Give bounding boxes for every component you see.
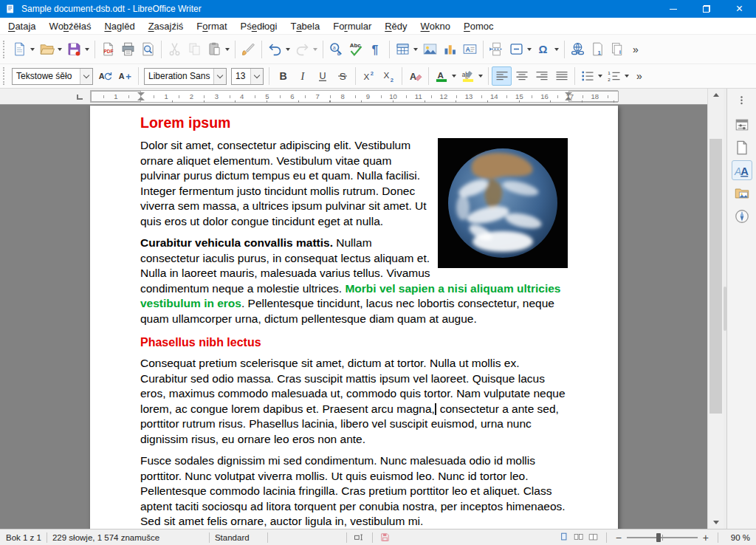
style-combo[interactable]: Tekstowe śěło: [12, 68, 93, 85]
align-left-button[interactable]: [492, 66, 512, 86]
export-pdf-button[interactable]: PDF: [98, 39, 118, 60]
menu-pomoc[interactable]: Pomoc: [457, 18, 500, 34]
menu-nagled[interactable]: Naglěd: [97, 18, 141, 34]
new-style-button[interactable]: A: [115, 66, 135, 86]
print-button[interactable]: [118, 39, 138, 60]
menu-wokno[interactable]: Wokno: [414, 18, 457, 34]
underline-button[interactable]: U: [312, 66, 332, 86]
document-heading-h2[interactable]: Phasellus nibh lectus: [140, 335, 568, 350]
menu-zasajzis[interactable]: Zasajźiś: [142, 18, 190, 34]
toolbar-overflow-button[interactable]: »: [633, 44, 639, 55]
page-number-indicator[interactable]: Bok 1 z 1: [6, 533, 41, 542]
dropdown-arrow-icon[interactable]: [478, 75, 483, 78]
dropdown-arrow-icon[interactable]: [85, 48, 89, 51]
dropdown-arrow-icon[interactable]: [554, 48, 559, 51]
scroll-up-button[interactable]: [708, 89, 724, 101]
font-color-button[interactable]: A: [432, 66, 458, 86]
ruler-strip[interactable]: 1123456789101112131415161718: [90, 90, 618, 103]
book-view-button[interactable]: [587, 531, 600, 544]
find-replace-button[interactable]: ad: [326, 39, 346, 60]
superscript-button[interactable]: X2: [359, 66, 379, 86]
insert-table-button[interactable]: [393, 39, 420, 60]
document-heading-h1[interactable]: Lorem ipsum: [140, 114, 568, 131]
paragraph[interactable]: Fusce sodales dignissim mi sed condiment…: [140, 453, 568, 529]
zoom-in-button[interactable]: +: [699, 532, 712, 544]
insert-textbox-button[interactable]: A: [460, 39, 480, 60]
toolbar-grip[interactable]: [3, 41, 7, 58]
open-button[interactable]: [37, 39, 64, 60]
navigator-deck-button[interactable]: [732, 206, 752, 226]
italic-button[interactable]: I: [292, 66, 312, 86]
menu-psedlogi[interactable]: Pśedłogi: [234, 18, 284, 34]
clear-formatting-button[interactable]: A: [405, 66, 425, 86]
dropdown-arrow-icon[interactable]: [30, 48, 35, 51]
menu-tabela[interactable]: Tabela: [284, 18, 326, 34]
insert-footnote-button[interactable]: 1: [588, 39, 608, 60]
menu-dataja[interactable]: Dataja: [1, 18, 43, 34]
strikethrough-button[interactable]: S: [332, 66, 352, 86]
paragraph[interactable]: Consequat pretium scelerisque sit amet, …: [140, 356, 568, 447]
scroll-down-button[interactable]: [708, 516, 724, 529]
document-page[interactable]: Lorem ipsumDolor sit amet, consectetur a…: [90, 106, 618, 529]
page-style-indicator[interactable]: Standard: [215, 533, 262, 542]
scrollbar-thumb[interactable]: [709, 139, 722, 414]
menu-formular[interactable]: Formular: [326, 18, 378, 34]
zoom-slider-thumb[interactable]: [656, 533, 661, 542]
zoom-level-indicator[interactable]: 90 %: [724, 533, 750, 542]
dropdown-arrow-icon[interactable]: [452, 75, 456, 78]
size-combo-dropdown[interactable]: [250, 69, 263, 84]
special-character-button[interactable]: Ω: [534, 39, 561, 60]
numbered-list-button[interactable]: 12: [605, 66, 631, 86]
spelling-button[interactable]: Abc: [346, 39, 366, 60]
undo-button[interactable]: [265, 39, 292, 60]
vertical-scrollbar[interactable]: [707, 89, 724, 529]
formatting-marks-button[interactable]: ¶: [366, 39, 386, 60]
insert-field-button[interactable]: [506, 39, 534, 60]
clone-formatting-button[interactable]: [238, 39, 258, 60]
zoom-out-button[interactable]: −: [612, 532, 625, 544]
properties-deck-button[interactable]: [732, 114, 752, 134]
dropdown-arrow-icon[interactable]: [225, 48, 230, 51]
earth-image[interactable]: [438, 138, 568, 268]
dropdown-arrow-icon[interactable]: [413, 48, 418, 51]
dropdown-arrow-icon[interactable]: [527, 48, 532, 51]
sidebar-hide-grip[interactable]: [724, 89, 726, 529]
zoom-slider[interactable]: [627, 532, 698, 543]
page-deck-button[interactable]: [732, 137, 752, 157]
save-button[interactable]: [64, 39, 92, 60]
bullet-list-button[interactable]: [578, 66, 605, 86]
single-page-view-button[interactable]: [557, 531, 571, 544]
multi-page-view-button[interactable]: [572, 531, 585, 544]
menu-redy[interactable]: Rědy: [378, 18, 413, 34]
align-justify-button[interactable]: [551, 66, 571, 86]
paste-button[interactable]: [205, 39, 232, 60]
print-preview-button[interactable]: [138, 39, 158, 60]
subscript-button[interactable]: X2: [379, 66, 399, 86]
update-style-button[interactable]: A: [95, 66, 115, 86]
word-count-indicator[interactable]: 229 słowje, 1 574 znamušce: [52, 533, 204, 542]
align-right-button[interactable]: [532, 66, 551, 86]
toolbar-grip[interactable]: [3, 67, 7, 85]
insert-image-button[interactable]: [420, 39, 440, 60]
dropdown-arrow-icon[interactable]: [625, 75, 629, 78]
font-combo-dropdown[interactable]: [213, 69, 226, 84]
document-modified-indicator[interactable]: [379, 531, 392, 544]
insert-chart-button[interactable]: [440, 39, 460, 60]
bold-button[interactable]: B: [272, 66, 292, 86]
dropdown-arrow-icon[interactable]: [286, 48, 290, 51]
page-break-button[interactable]: [487, 39, 506, 60]
highlight-color-button[interactable]: ab: [458, 66, 485, 86]
new-document-button[interactable]: [10, 39, 37, 60]
insert-mode-indicator[interactable]: [353, 531, 366, 544]
hyperlink-button[interactable]: [568, 39, 588, 60]
dropdown-arrow-icon[interactable]: [598, 75, 602, 78]
maximize-restore-button[interactable]: [690, 0, 723, 18]
styles-deck-button[interactable]: AA: [732, 160, 752, 180]
align-center-button[interactable]: [512, 66, 532, 86]
gallery-deck-button[interactable]: [732, 183, 752, 203]
sidebar-menu-button[interactable]: [732, 92, 752, 109]
toolbar-overflow-button[interactable]: »: [636, 70, 642, 82]
dropdown-arrow-icon[interactable]: [58, 48, 62, 51]
dropdown-arrow-icon[interactable]: [313, 48, 317, 51]
indent-marker-left[interactable]: [137, 92, 145, 100]
